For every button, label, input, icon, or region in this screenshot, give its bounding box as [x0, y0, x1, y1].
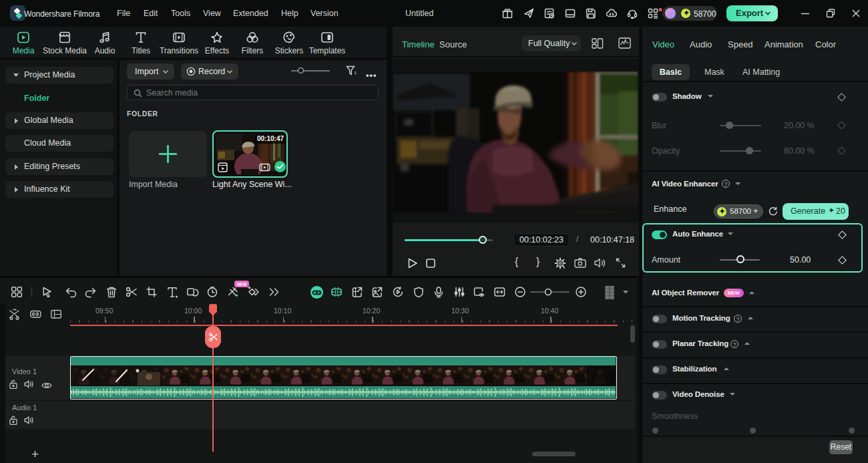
svg-text:NEW: NEW — [236, 282, 247, 287]
